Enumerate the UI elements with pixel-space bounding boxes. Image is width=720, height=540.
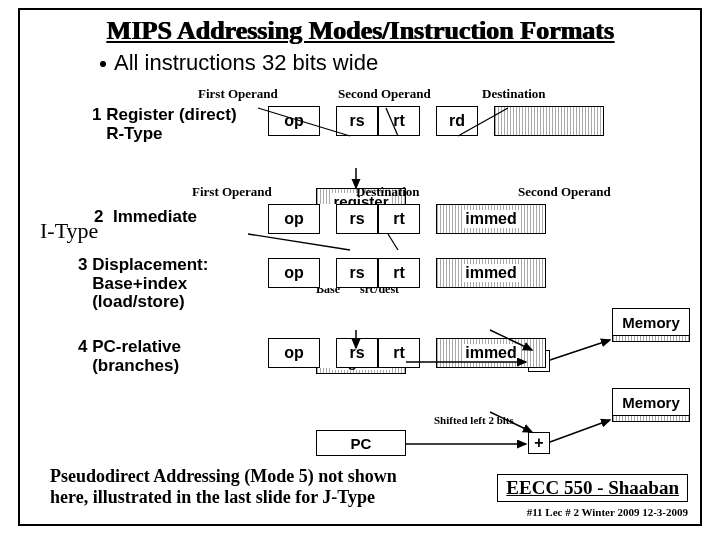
mode2-label: 2 Immediate [94, 208, 197, 227]
memory-box-2: Memory [612, 388, 690, 416]
label-shifted: Shifted left 2 bits [434, 414, 514, 426]
mode1-label: 1 Register (direct) R-Type [92, 106, 237, 143]
label-second-operand: Second Operand [338, 86, 431, 102]
field-rt: rt [378, 258, 420, 288]
mode1-format: op rs rt rd [268, 106, 604, 136]
adder-2: + [528, 432, 550, 454]
svg-line-12 [550, 420, 610, 442]
mode4-label: 4 PC-relative (branches) [78, 338, 181, 375]
field-unused [494, 106, 604, 136]
meta-footer: #11 Lec # 2 Winter 2009 12-3-2009 [527, 506, 688, 518]
mode3-format: op rs rt immed [268, 258, 546, 288]
field-rd: rd [436, 106, 478, 136]
field-rs: rs [336, 258, 378, 288]
course-footer: EECC 550 - Shaaban [497, 474, 688, 502]
field-rt: rt [378, 106, 420, 136]
field-rs: rs [336, 338, 378, 368]
field-op: op [268, 338, 320, 368]
field-op: op [268, 258, 320, 288]
field-immed: immed [436, 204, 546, 234]
label-destination-2: Destination [356, 184, 420, 200]
footnote: Pseudodirect Addressing (Mode 5) not sho… [50, 466, 397, 507]
slide-title: MIPS Addressing Modes/Instruction Format… [20, 16, 700, 46]
label-destination: Destination [482, 86, 546, 102]
field-op: op [268, 106, 320, 136]
mode4-format: op rs rt immed [268, 338, 546, 368]
field-rt: rt [378, 204, 420, 234]
label-first-operand-2: First Operand [192, 184, 272, 200]
field-immed: immed [436, 338, 546, 368]
memory-box-1: Memory [612, 308, 690, 336]
field-rs: rs [336, 106, 378, 136]
mode2-format: op rs rt immed [268, 204, 546, 234]
mode3-label: 3 Displacement: Base+index (load/store) [78, 256, 208, 312]
field-rt: rt [378, 338, 420, 368]
slide-subtitle: All instructions 32 bits wide [100, 50, 700, 76]
field-op: op [268, 204, 320, 234]
field-immed: immed [436, 258, 546, 288]
pc-box: PC [316, 430, 406, 456]
field-rs: rs [336, 204, 378, 234]
label-second-operand-2: Second Operand [518, 184, 611, 200]
label-first-operand: First Operand [198, 86, 278, 102]
